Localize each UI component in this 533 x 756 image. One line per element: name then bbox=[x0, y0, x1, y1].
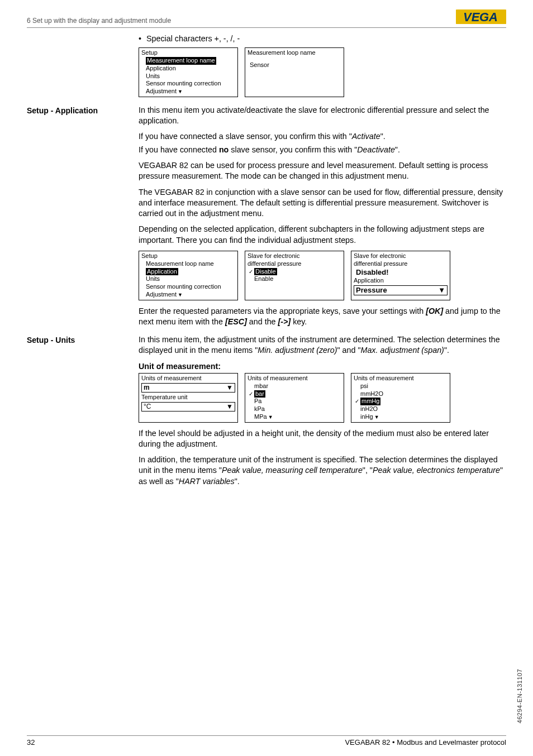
lcd-slave-disabled: Slave for electronic differential pressu… bbox=[351, 251, 450, 300]
label-setup-application: Setup - Application bbox=[27, 105, 139, 115]
dropdown-icon: ▼ bbox=[226, 384, 233, 392]
app-para-6: Depending on the selected application, d… bbox=[139, 224, 506, 246]
svg-text:GA: GA bbox=[479, 10, 498, 24]
lcd-setup-2: Setup Measurement loop name Application … bbox=[139, 251, 238, 300]
app-para-7: Enter the requested parameters via the a… bbox=[139, 306, 506, 328]
lcd-setup-1: Setup Measurement loop name Application … bbox=[139, 47, 238, 97]
lcd-units-b: Units of measurement mbar bar Pa kPa MPa bbox=[245, 373, 344, 423]
units-para-2: If the level should be adjusted in a hei… bbox=[139, 428, 506, 450]
page-header: 6 Set up with the display and adjustment… bbox=[27, 17, 506, 28]
lcd-loopname: Measurement loop name Sensor bbox=[245, 47, 344, 97]
page-number: 32 bbox=[27, 738, 35, 747]
units-para-1: In this menu item, the adjustment units … bbox=[139, 334, 506, 356]
bullet-special-chars: Special characters +, -, /, - bbox=[139, 34, 506, 44]
lcd-units-c: Units of measurement psi mmH2O mmHg inH2… bbox=[351, 373, 450, 423]
app-para-4: VEGABAR 82 can be used for process press… bbox=[139, 160, 506, 182]
dropdown-icon: ▼ bbox=[438, 286, 445, 295]
lcd-slave-enable: Slave for electronic differential pressu… bbox=[245, 251, 344, 300]
app-para-1: In this menu item you activate/deactivat… bbox=[139, 105, 506, 127]
units-subhead: Unit of measurement: bbox=[139, 361, 506, 372]
label-setup-units: Setup - Units bbox=[27, 334, 139, 344]
units-para-3: In addition, the temperature unit of the… bbox=[139, 454, 506, 487]
doc-code: 46294-EN-131107 bbox=[516, 669, 523, 723]
svg-text:VE: VE bbox=[463, 10, 480, 24]
app-para-3: If you have connected no slave sensor, y… bbox=[139, 145, 506, 155]
vega-logo: VE GA bbox=[456, 8, 506, 26]
dropdown-icon: ▼ bbox=[226, 403, 233, 411]
app-para-2: If you have connected a slave sensor, yo… bbox=[139, 131, 506, 142]
footer-text: VEGABAR 82 • Modbus and Levelmaster prot… bbox=[345, 738, 506, 747]
app-para-5: The VEGABAR 82 in conjunction with a sla… bbox=[139, 187, 506, 219]
lcd-units-a: Units of measurement m▼ Temperature unit… bbox=[139, 373, 238, 423]
